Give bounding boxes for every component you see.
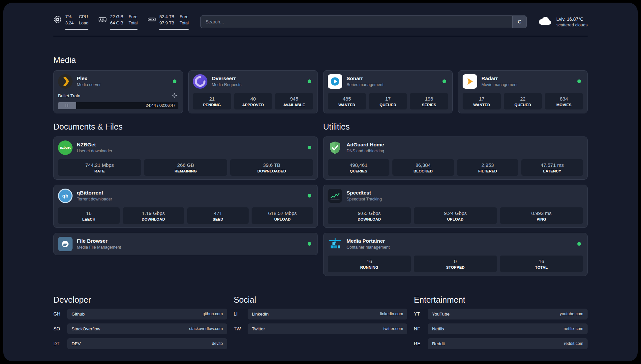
stat-value: 485 [329,96,365,102]
stat-value: 9.65 Gbps [329,210,410,216]
ram-total-value: 64 GiB [110,20,123,26]
app-subtitle: Usenet downloader [77,149,112,153]
bookmark-row-netflix: NF Netflix netflix.com [414,323,588,334]
section-title-media: Media [53,55,588,65]
app-name: AdGuard Home [347,142,384,148]
app-name: qBittorrent [77,190,112,196]
disk-meter [159,29,189,30]
bookmark-abbr: DT [53,341,63,346]
bookmark-abbr: GH [53,311,63,317]
app-card-nzbget[interactable]: nzbget NZBGet Usenet downloader 744.21 M… [53,136,318,180]
app-card-portainer[interactable]: Media Portainer Container management 16 … [323,233,588,276]
search-input[interactable] [200,15,527,28]
cpu-chip-icon [53,14,62,24]
dashboard-shell: 7% 3.24 CPU Load [3,3,638,361]
stat-running: 16 RUNNING [328,256,411,272]
stat-blocked: 86,384 BLOCKED [392,159,454,176]
stat-label: REMAINING [145,169,226,173]
status-dot [443,79,446,83]
bookmark-link-stackoverflow[interactable]: StackOverflow stackoverflow.com [67,323,227,334]
app-card-filebrowser[interactable]: File Browser Media File Management [53,233,318,255]
stat-wanted: 17 WANTED [463,93,501,109]
pause-icon[interactable] [66,104,68,107]
app-card-sonarr[interactable]: Sonarr Series management 485 WANTED 17 Q… [323,70,453,113]
stat-value: 2,953 [458,162,517,168]
stat-seed: 471 SEED [187,207,249,224]
app-card-radarr[interactable]: Radarr Movie management 17 WANTED 22 QUE… [458,70,588,113]
stat-label: UPLOAD [415,217,496,221]
ram-total-label: Total [129,20,137,26]
stat-queries: 498,461 QUERIES [328,159,389,176]
stat-available: 945 AVAILABLE [275,93,313,109]
bookmark-name: Github [72,312,203,317]
app-subtitle: Speedtest Tracking [347,197,382,201]
stat-value: 21 [194,96,230,102]
bookmark-url: twitter.com [383,326,403,331]
cpu-percent: 7% [65,14,74,20]
stat-movies: 834 MOVIES [545,93,583,109]
plex-icon [58,74,73,89]
section-title-utilities: Utilities [323,122,588,132]
bookmark-url: dev.to [212,341,223,346]
bookmark-abbr: LI [234,311,244,317]
stat-label: BLOCKED [394,169,453,173]
app-name: Media Portainer [347,238,390,244]
documents-column: Documents & Files nzbget NZBGet Usenet d… [53,122,318,255]
stat-series: 196 SERIES [410,93,448,109]
stat-value: 47.571 ms [523,162,582,168]
stat-label: DOWNLOAD [329,217,410,221]
app-card-speedtest[interactable]: Speedtest Speedtest Tracking 9.65 Gbps D… [323,185,588,228]
stat-filtered: 2,953 FILTERED [457,159,519,176]
bookmark-link-reddit[interactable]: Reddit reddit.com [428,338,588,349]
stat-label: AVAILABLE [276,103,312,107]
bookmark-row-reddit: RE Reddit reddit.com [414,338,588,349]
bookmark-link-youtube[interactable]: YouTube youtube.com [428,309,588,319]
bookmark-link-netflix[interactable]: Netflix netflix.com [428,323,588,334]
bookmark-name: YouTube [432,312,560,317]
stat-value: 16 [59,210,118,216]
app-card-plex[interactable]: Plex Media server Bullet Train [53,70,183,113]
bookmark-link-linkedin[interactable]: LinkedIn linkedin.com [248,309,408,319]
stat-label: WANTED [329,103,365,107]
search-bar: G [200,15,527,28]
bookmark-url: netflix.com [564,326,583,331]
app-name: Sonarr [347,76,383,81]
bookmarks-social: Social LI LinkedIn linkedin.com TW Twitt… [234,295,408,349]
stat-label: TOTAL [501,265,582,269]
stat-stopped: 0 STOPPED [414,256,497,272]
stat-value: 834 [546,96,582,102]
ram-free-value: 22 GiB [110,14,123,20]
section-title-developer: Developer [53,295,227,305]
gear-icon[interactable] [172,93,178,99]
bookmark-link-dev[interactable]: DEV dev.to [67,338,227,349]
ram-icon [98,14,107,24]
app-card-adguard[interactable]: AdGuard Home DNS and adblocking 498,461 … [323,136,588,180]
stat-label: RUNNING [329,265,410,269]
status-dot [308,242,311,246]
media-cards-row: Plex Media server Bullet Train [53,70,588,113]
speedtest-icon [328,189,342,203]
stat-label: MOVIES [546,103,582,107]
status-dot [577,79,581,83]
stat-total: 16 TOTAL [500,256,583,272]
stat-value: 39.6 TB [231,162,312,168]
stat-wanted: 485 WANTED [328,93,366,109]
app-card-qbittorrent[interactable]: qb qBittorrent Torrent downloader 16 LEE… [53,185,318,228]
bookmark-link-twitter[interactable]: Twitter twitter.com [248,323,408,334]
app-card-overseerr[interactable]: Overseerr Media Requests 21 PENDING 40 A… [188,70,318,113]
bookmark-name: DEV [72,341,212,346]
stat-label: RATE [59,169,140,173]
filebrowser-icon [58,237,73,251]
search-engine-button[interactable]: G [512,16,526,28]
app-subtitle: DNS and adblocking [347,149,384,153]
weather-condition: scattered clouds [556,22,588,27]
overseerr-icon [193,74,207,89]
stat-value: 86,384 [394,162,453,168]
playback-progress-fill [58,102,76,109]
disk-total-value: 97.9 TB [159,20,174,26]
bookmark-name: LinkedIn [252,312,380,317]
weather-widget: Lviv, 16.87°C scattered clouds [538,16,588,28]
playback-progress-bar[interactable]: 24:44 / 02:06:47 [58,102,178,109]
bookmark-link-github[interactable]: Github github.com [67,309,227,319]
app-subtitle: Media server [77,82,101,87]
